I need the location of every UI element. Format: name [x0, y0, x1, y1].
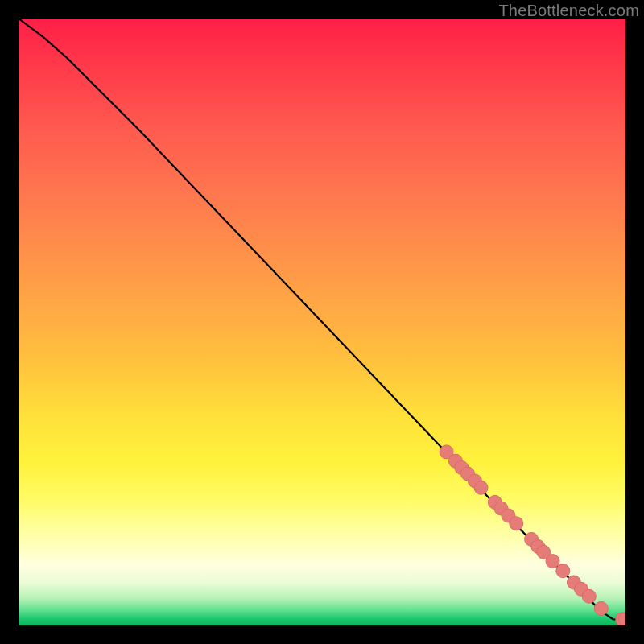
highlight-dot	[474, 481, 488, 494]
plot-area	[19, 19, 625, 625]
highlight-dot	[582, 589, 596, 603]
watermark-text: TheBottleneck.com	[498, 2, 639, 20]
highlight-dot	[556, 564, 570, 578]
highlight-dot	[594, 601, 608, 615]
highlight-dot	[546, 555, 559, 568]
chart-svg	[19, 19, 625, 625]
chart-stage: TheBottleneck.com	[0, 0, 644, 644]
bottleneck-curve	[19, 19, 625, 620]
highlight-dot	[510, 517, 523, 530]
highlight-dot-group	[440, 445, 625, 625]
